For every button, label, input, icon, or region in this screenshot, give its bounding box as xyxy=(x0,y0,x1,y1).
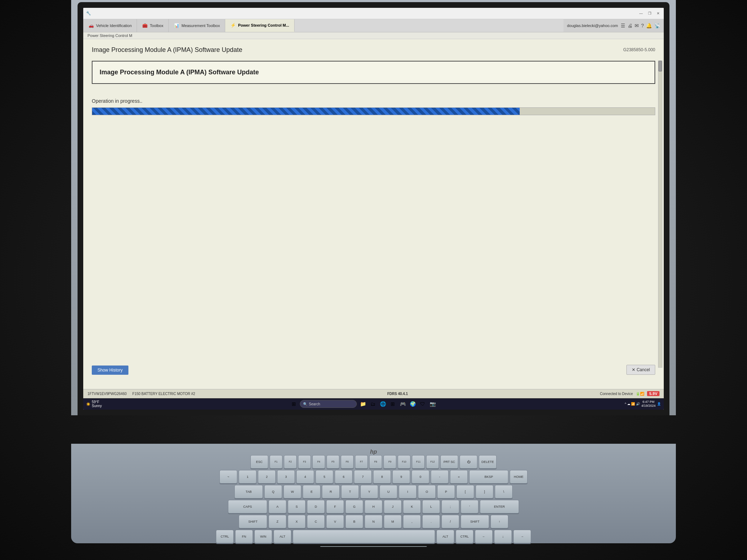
taskbar-app-8[interactable]: 📷 xyxy=(429,400,436,408)
key-rshift[interactable]: SHIFT xyxy=(461,515,489,528)
key-tilde[interactable]: ~ xyxy=(219,470,237,484)
key-l[interactable]: L xyxy=(422,500,440,513)
signal-icon[interactable]: 📡 xyxy=(654,23,660,28)
taskbar-search-box[interactable]: 🔍 Search xyxy=(300,400,357,408)
key-w[interactable]: W xyxy=(284,485,301,498)
key-tab[interactable]: TAB xyxy=(234,485,263,498)
key-win[interactable]: WIN xyxy=(254,530,272,543)
key-i[interactable]: I xyxy=(399,485,417,498)
key-f11[interactable]: F11 xyxy=(412,455,425,469)
key-ralt[interactable]: ALT xyxy=(436,530,454,543)
windows-start-icon[interactable]: ⊞ xyxy=(290,400,298,408)
key-f4[interactable]: F4 xyxy=(312,455,325,469)
key-v[interactable]: V xyxy=(326,515,344,528)
taskbar-avatar-icon[interactable]: 👤 xyxy=(657,402,661,406)
restore-button[interactable]: ❐ xyxy=(647,10,652,16)
notification-icon[interactable]: 🔔 xyxy=(646,23,652,28)
key-power[interactable]: ⏻ xyxy=(460,455,477,469)
key-enter[interactable]: ENTER xyxy=(480,500,519,513)
key-lctrl[interactable]: CTRL xyxy=(216,530,234,543)
key-caps[interactable]: CAPS xyxy=(228,500,267,513)
key-o[interactable]: O xyxy=(418,485,436,498)
key-9[interactable]: 9 xyxy=(392,470,410,484)
key-backslash[interactable]: \ xyxy=(495,485,513,498)
close-button[interactable]: ✕ xyxy=(655,10,661,16)
key-f7[interactable]: F7 xyxy=(355,455,368,469)
key-3[interactable]: 3 xyxy=(277,470,295,484)
key-e[interactable]: E xyxy=(303,485,320,498)
key-t[interactable]: T xyxy=(341,485,359,498)
taskbar-app-5[interactable]: 🎮 xyxy=(399,400,407,408)
key-p[interactable]: P xyxy=(437,485,455,498)
email-icon[interactable]: ✉ xyxy=(635,23,639,28)
key-r[interactable]: R xyxy=(322,485,340,498)
taskbar-app-6[interactable]: 🌍 xyxy=(409,400,417,408)
key-m[interactable]: M xyxy=(384,515,402,528)
key-equals[interactable]: = xyxy=(450,470,468,484)
key-lbracket[interactable]: [ xyxy=(456,485,474,498)
key-q[interactable]: Q xyxy=(264,485,282,498)
help-icon[interactable]: ? xyxy=(641,23,644,28)
key-space[interactable] xyxy=(293,530,435,543)
key-rbracket[interactable]: ] xyxy=(476,485,493,498)
key-j[interactable]: J xyxy=(384,500,402,513)
taskbar-app-4[interactable]: ⊞ xyxy=(389,400,397,408)
key-f[interactable]: F xyxy=(326,500,344,513)
tab-toolbox[interactable]: 🧰 Toolbox xyxy=(137,19,169,32)
scrollbar-thumb[interactable] xyxy=(658,61,662,71)
key-f3[interactable]: F3 xyxy=(298,455,311,469)
key-period[interactable]: . xyxy=(422,515,440,528)
key-comma[interactable]: , xyxy=(403,515,421,528)
key-rctrl[interactable]: CTRL xyxy=(456,530,473,543)
key-f1[interactable]: F1 xyxy=(270,455,282,469)
key-f6[interactable]: F6 xyxy=(341,455,354,469)
key-f12[interactable]: F12 xyxy=(426,455,439,469)
key-x[interactable]: X xyxy=(288,515,306,528)
key-minus[interactable]: - xyxy=(431,470,449,484)
key-4[interactable]: 4 xyxy=(296,470,314,484)
key-n[interactable]: N xyxy=(365,515,382,528)
key-z[interactable]: Z xyxy=(269,515,286,528)
key-2[interactable]: 2 xyxy=(258,470,276,484)
key-g[interactable]: G xyxy=(345,500,363,513)
key-k[interactable]: K xyxy=(403,500,421,513)
key-up[interactable]: ↑ xyxy=(491,515,508,528)
key-f2[interactable]: F2 xyxy=(284,455,297,469)
key-delete[interactable]: DELETE xyxy=(479,455,497,469)
touchpad[interactable] xyxy=(320,546,427,547)
key-slash[interactable]: / xyxy=(441,515,459,528)
key-0[interactable]: 0 xyxy=(412,470,429,484)
key-1[interactable]: 1 xyxy=(239,470,256,484)
menu-icon[interactable]: ☰ xyxy=(621,23,625,28)
key-6[interactable]: 6 xyxy=(335,470,353,484)
taskbar-app-1[interactable]: 📁 xyxy=(359,400,367,408)
key-fn[interactable]: FN xyxy=(235,530,253,543)
key-lalt[interactable]: ALT xyxy=(274,530,291,543)
key-7[interactable]: 7 xyxy=(354,470,372,484)
key-right[interactable]: → xyxy=(513,530,531,543)
key-backspace[interactable]: BKSP xyxy=(469,470,508,484)
print-icon[interactable]: 🖨 xyxy=(627,23,632,28)
cancel-button[interactable]: ✕ Cancel xyxy=(626,365,655,375)
key-quote[interactable]: ' xyxy=(461,500,478,513)
key-f8[interactable]: F8 xyxy=(369,455,382,469)
key-h[interactable]: H xyxy=(365,500,382,513)
key-s[interactable]: S xyxy=(288,500,306,513)
minimize-button[interactable]: — xyxy=(638,10,644,16)
key-5[interactable]: 5 xyxy=(316,470,333,484)
show-history-button[interactable]: Show History xyxy=(92,366,128,375)
key-a[interactable]: A xyxy=(269,500,286,513)
key-f9[interactable]: F9 xyxy=(383,455,396,469)
key-f10[interactable]: F10 xyxy=(398,455,410,469)
tab-power-steering[interactable]: ⚡ Power Steering Control M... xyxy=(225,19,295,32)
key-esc[interactable]: ESC xyxy=(250,455,268,469)
key-lshift[interactable]: SHIFT xyxy=(239,515,267,528)
key-semicolon[interactable]: ; xyxy=(441,500,459,513)
key-home[interactable]: HOME xyxy=(510,470,528,484)
key-left[interactable]: ← xyxy=(475,530,493,543)
key-prtsc[interactable]: PRT SC xyxy=(440,455,458,469)
key-y[interactable]: Y xyxy=(360,485,378,498)
key-d[interactable]: D xyxy=(307,500,325,513)
tab-measurement-toolbox[interactable]: 📊 Measurement Toolbox xyxy=(169,19,225,32)
key-b[interactable]: B xyxy=(345,515,363,528)
